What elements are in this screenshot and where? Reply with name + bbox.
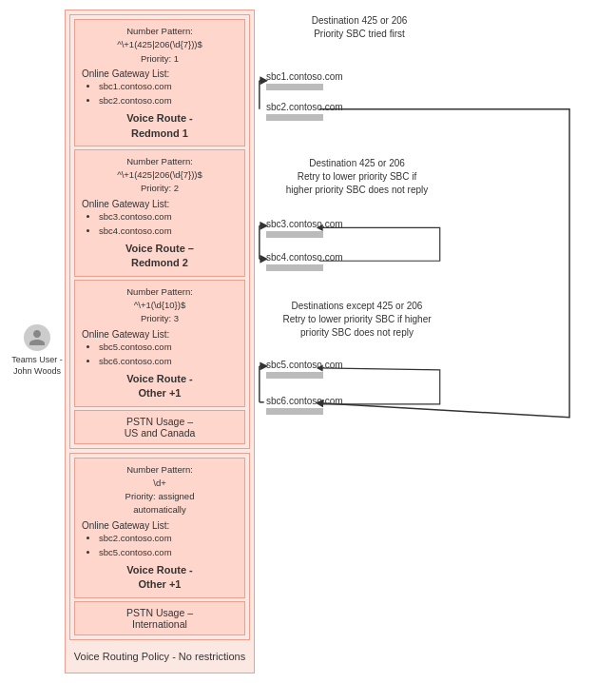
list-item: sbc2.contoso.com — [99, 531, 238, 545]
sbc4-bar — [266, 264, 323, 271]
sbc4-label: sbc4.contoso.com — [266, 252, 343, 263]
route-name-intl: Voice Route -Other +1 — [82, 563, 238, 593]
list-item: sbc2.contoso.com — [99, 93, 238, 107]
sbc6-node: sbc6.contoso.com — [266, 396, 343, 415]
user-column: Teams User - John Woods — [10, 10, 65, 673]
sbc1-label: sbc1.contoso.com — [266, 71, 343, 82]
route-name-r1: Voice Route -Redmond 1 — [82, 111, 238, 141]
route-name-r2: Voice Route –Redmond 2 — [82, 242, 238, 271]
list-item: sbc5.contoso.com — [99, 545, 238, 559]
sbc2-node: sbc2.contoso.com — [266, 102, 343, 121]
sbc5-label: sbc5.contoso.com — [266, 360, 343, 370]
sbc5-bar — [266, 372, 323, 379]
pstn-usage-international-label: PSTN Usage –International — [74, 601, 245, 635]
annotation-3: Destinations except 425 or 206Retry to l… — [269, 300, 445, 340]
policy-column: Number Pattern:^\+1(425|206(\d{7}))$Prio… — [65, 10, 255, 673]
pstn-usage-international: Number Pattern:\d+Priority: assignedauto… — [69, 453, 250, 640]
voice-route-international: Number Pattern:\d+Priority: assignedauto… — [74, 458, 245, 598]
voice-route-other1: Number Pattern:^\+1(\d{10})$Priority: 3 … — [74, 280, 245, 407]
annotation-2: Destination 425 or 206Retry to lower pri… — [274, 157, 440, 197]
sbc2-label: sbc2.contoso.com — [266, 102, 343, 112]
gateway-list-intl: sbc2.contoso.com sbc5.contoso.com — [99, 531, 238, 559]
list-item: sbc6.contoso.com — [99, 354, 238, 368]
gateway-list-label-r3: Online Gateway List: — [82, 329, 238, 340]
sbc3-bar — [266, 231, 323, 238]
list-item: sbc5.contoso.com — [99, 340, 238, 354]
voice-route-redmond2: Number Pattern:^\+1(425|206(\d{7}))$Prio… — [74, 149, 245, 277]
voice-route-redmond1: Number Pattern:^\+1(425|206(\d{7}))$Prio… — [74, 19, 245, 146]
sbc3-label: sbc3.contoso.com — [266, 219, 343, 229]
sbc5-node: sbc5.contoso.com — [266, 360, 343, 379]
gateway-list-r1: sbc1.contoso.com sbc2.contoso.com — [99, 79, 238, 107]
main-container: Teams User - John Woods Number Pattern:^… — [0, 0, 616, 683]
sbc4-node: sbc4.contoso.com — [266, 252, 343, 271]
list-item: sbc1.contoso.com — [99, 79, 238, 93]
gateway-list-label-r2: Online Gateway List: — [82, 199, 238, 209]
sbc6-bar — [266, 408, 323, 415]
route-name-r3: Voice Route -Other +1 — [82, 372, 238, 401]
policy-footer-label: Voice Routing Policy - No restrictions — [69, 644, 250, 666]
number-pattern-r2: Number Pattern:^\+1(425|206(\d{7}))$Prio… — [82, 155, 238, 196]
user-label: Teams User - John Woods — [10, 355, 65, 377]
sbc3-node: sbc3.contoso.com — [266, 219, 343, 238]
number-pattern-r3: Number Pattern:^\+1(\d{10})$Priority: 3 — [82, 285, 238, 326]
gateway-list-r3: sbc5.contoso.com sbc6.contoso.com — [99, 340, 238, 368]
user-avatar — [24, 324, 50, 351]
list-item: sbc3.contoso.com — [99, 209, 238, 224]
list-item: sbc4.contoso.com — [99, 224, 238, 238]
number-pattern-intl: Number Pattern:\d+Priority: assignedauto… — [82, 463, 238, 517]
sbc1-bar — [266, 84, 323, 90]
annotation-1: Destination 425 or 206Priority SBC tried… — [283, 14, 435, 41]
number-pattern-r1: Number Pattern:^\+1(425|206(\d{7}))$Prio… — [82, 25, 238, 66]
sbc1-node: sbc1.contoso.com — [266, 71, 343, 90]
diagram-column: Destination 425 or 206Priority SBC tried… — [255, 10, 606, 673]
sbc6-label: sbc6.contoso.com — [266, 396, 343, 406]
gateway-list-r2: sbc3.contoso.com sbc4.contoso.com — [99, 209, 238, 238]
pstn-usage-us-canada: Number Pattern:^\+1(425|206(\d{7}))$Prio… — [69, 14, 250, 449]
pstn-usage-us-canada-label: PSTN Usage –US and Canada — [74, 410, 245, 444]
gateway-list-label-r1: Online Gateway List: — [82, 68, 238, 79]
gateway-list-label-intl: Online Gateway List: — [82, 520, 238, 531]
sbc2-bar — [266, 114, 323, 121]
